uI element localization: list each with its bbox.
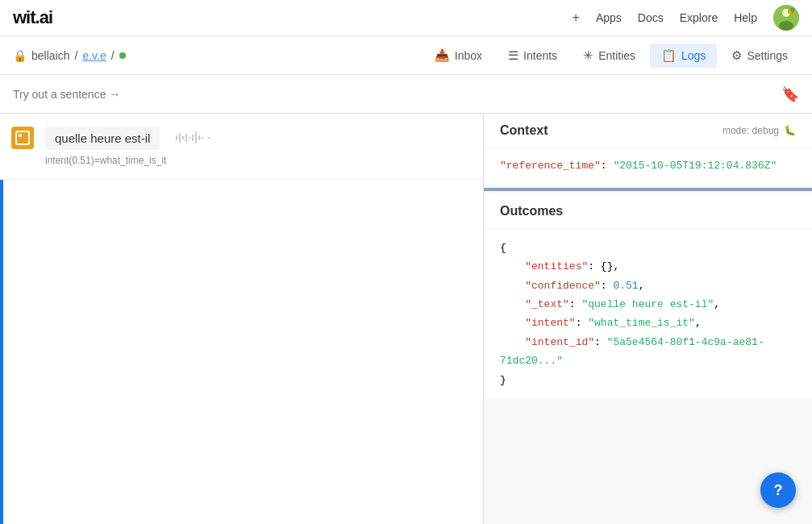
svg-rect-4 <box>16 131 29 144</box>
context-section: Context mode: debug 🐛 "reference_time": … <box>484 114 812 185</box>
context-code: "reference_time": "2015-10-05T19:12:04.8… <box>484 148 812 185</box>
separator-line <box>484 188 812 191</box>
breadcrumb-owner[interactable]: bellaich <box>31 49 69 62</box>
logo: wit.ai <box>13 7 52 28</box>
breadcrumb-separator1: / <box>74 49 77 62</box>
inbox-icon: 📥 <box>435 48 450 63</box>
code-line-3: "confidence": 0.51, <box>500 277 796 295</box>
inbox-label: Inbox <box>455 49 482 62</box>
utterance-row: quelle heure est-il <box>45 127 470 155</box>
top-nav: wit.ai + Apps Docs Explore Help <box>0 0 812 36</box>
code-line-5: "intent": "what_time_is_it", <box>500 314 796 332</box>
outcomes-header: Outcomes <box>484 194 812 229</box>
search-bar: 🔖 <box>0 75 812 114</box>
left-panel: quelle heure est-il <box>0 114 484 524</box>
lock-icon: 🔒 <box>13 49 27 62</box>
app-icon <box>11 127 34 149</box>
intent-label: intent(0.51)=what_time_is_it <box>45 155 470 166</box>
intents-label: Intents <box>523 49 557 62</box>
code-line-4: "_text": "quelle heure est-il", <box>500 295 796 314</box>
mode-debug: mode: debug 🐛 <box>722 125 796 136</box>
settings-label: Settings <box>747 49 788 62</box>
inbox-nav[interactable]: 📥 Inbox <box>423 44 493 68</box>
status-dot <box>119 52 126 59</box>
docs-link[interactable]: Docs <box>638 11 664 24</box>
waveform-icon <box>172 130 212 149</box>
top-nav-right: + Apps Docs Explore Help <box>573 5 799 31</box>
entities-nav[interactable]: ✳ Entities <box>572 44 647 68</box>
reference-time-value: "2015-10-05T19:12:04.836Z" <box>613 160 777 172</box>
breadcrumb: 🔒 bellaich / e.v.e / <box>13 49 126 62</box>
breadcrumb-current[interactable]: e.v.e <box>82 49 106 62</box>
entities-label: Entities <box>598 49 635 62</box>
bug-icon[interactable]: 🐛 <box>784 125 796 136</box>
outcomes-title: Outcomes <box>500 204 563 218</box>
context-header: Context mode: debug 🐛 <box>484 114 812 148</box>
settings-nav[interactable]: ⚙ Settings <box>720 44 799 68</box>
breadcrumb-separator2: / <box>111 49 115 62</box>
outcomes-section: Outcomes { "entities": {}, "confidence":… <box>484 194 812 399</box>
utterance-text: quelle heure est-il <box>45 127 160 150</box>
outcomes-code: { "entities": {}, "confidence": 0.51, "_… <box>484 229 812 399</box>
code-line-6: "intent_id": "5a5e4564-80f1-4c9a-ae81-71… <box>500 333 796 371</box>
help-button[interactable]: ? <box>760 472 796 508</box>
right-panel: Context mode: debug 🐛 "reference_time": … <box>484 114 812 524</box>
code-line-2: "entities": {}, <box>500 257 796 276</box>
reference-time-key: "reference_time" <box>500 160 601 172</box>
intents-nav[interactable]: ☰ Intents <box>497 44 568 68</box>
sub-nav-right: 📥 Inbox ☰ Intents ✳ Entities 📋 Logs ⚙ Se… <box>423 44 799 68</box>
entities-icon: ✳ <box>583 48 593 63</box>
code-line-7: } <box>500 371 796 389</box>
context-title: Context <box>500 123 548 138</box>
apps-link[interactable]: Apps <box>596 11 622 24</box>
main-content: quelle heure est-il <box>0 114 812 524</box>
sub-nav: 🔒 bellaich / e.v.e / 📥 Inbox ☰ Intents ✳… <box>0 36 812 75</box>
logs-nav[interactable]: 📋 Logs <box>650 44 717 68</box>
svg-rect-5 <box>19 134 22 137</box>
help-link[interactable]: Help <box>734 11 757 24</box>
bookmark-icon[interactable]: 🔖 <box>781 85 799 103</box>
search-input[interactable] <box>13 88 335 101</box>
utterance-item[interactable]: quelle heure est-il <box>0 114 483 180</box>
code-line-1: { <box>500 239 796 257</box>
logs-icon: 📋 <box>661 48 677 63</box>
mode-debug-label: mode: debug <box>722 125 779 136</box>
logs-label: Logs <box>681 49 706 62</box>
intents-icon: ☰ <box>508 48 518 63</box>
plus-icon[interactable]: + <box>573 10 580 25</box>
avatar[interactable] <box>773 5 799 31</box>
svg-point-2 <box>779 21 793 31</box>
explore-link[interactable]: Explore <box>680 11 718 24</box>
settings-icon: ⚙ <box>731 48 742 63</box>
